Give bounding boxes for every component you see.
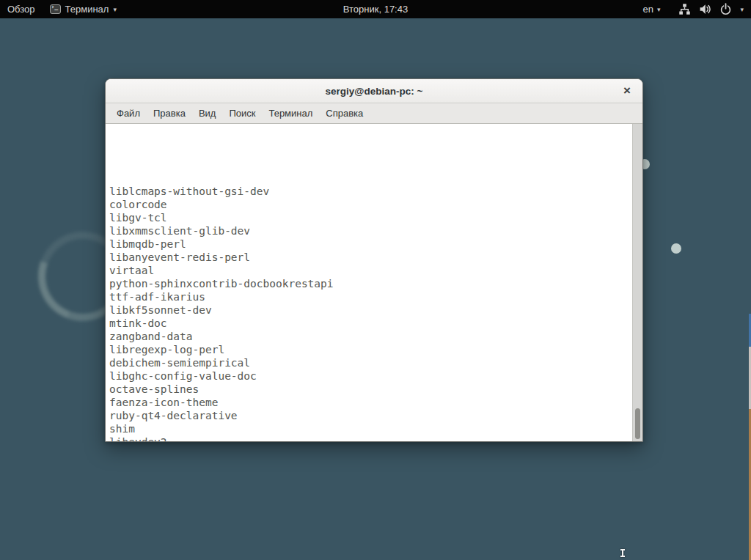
scrollbar-thumb[interactable] <box>635 408 640 439</box>
terminal-output-line: libevdev2 <box>109 435 632 441</box>
menu-item[interactable]: Поиск <box>222 105 262 122</box>
terminal-output-line: ttf-adf-ikarius <box>109 290 632 303</box>
terminal-output-line: debichem-semiempirical <box>109 356 632 369</box>
menu-item[interactable]: Справка <box>319 105 370 122</box>
system-menu-chevron-down-icon[interactable]: ▾ <box>740 6 744 13</box>
terminal-output-line: shim <box>109 422 632 435</box>
chevron-down-icon: ▾ <box>657 6 661 13</box>
terminal-output: liblcmaps-without-gsi-devcolorcodelibgv-… <box>106 124 632 441</box>
terminal-output-line: virtaal <box>109 264 632 277</box>
terminal-window: sergiy@debian-pc: ~ × ФайлПравкаВидПоиск… <box>105 78 643 442</box>
wallpaper-dot <box>671 243 681 254</box>
menu-item[interactable]: Правка <box>147 105 192 122</box>
keyboard-layout-label: en <box>642 4 653 15</box>
network-wired-icon[interactable] <box>678 3 691 15</box>
mouse-cursor-ibeam <box>620 549 626 557</box>
power-icon[interactable] <box>719 3 732 15</box>
terminal-output-line: libxmmsclient-glib-dev <box>109 224 632 237</box>
keyboard-layout-button[interactable]: en ▾ <box>642 4 660 15</box>
terminal-output-line: ruby-qt4-declarative <box>109 409 632 422</box>
terminal-output-line: libmqdb-perl <box>109 237 632 251</box>
terminal-output-line: libregexp-log-perl <box>109 343 632 356</box>
scrollbar-track[interactable] <box>632 124 642 441</box>
terminal-output-line: libanyevent-redis-perl <box>109 251 632 264</box>
menu-item[interactable]: Вид <box>192 105 223 122</box>
menu-item[interactable]: Терминал <box>262 105 319 122</box>
terminal-output-line: liblcmaps-without-gsi-dev <box>109 185 632 198</box>
terminal-output-line: faenza-icon-theme <box>109 396 632 409</box>
window-titlebar[interactable]: sergiy@debian-pc: ~ × <box>106 79 642 103</box>
terminal-output-line: octave-splines <box>109 383 632 396</box>
menu-item[interactable]: Файл <box>110 105 147 122</box>
window-title: sergiy@debian-pc: ~ <box>326 86 423 97</box>
clock-button[interactable]: Вторник, 17:43 <box>0 4 751 15</box>
close-button[interactable]: × <box>618 82 636 100</box>
terminal-output-line: python-sphinxcontrib-docbookrestapi <box>109 277 632 290</box>
terminal-output-line: zangband-data <box>109 330 632 343</box>
volume-icon[interactable] <box>699 3 711 15</box>
terminal-output-line: libghc-config-value-doc <box>109 369 632 383</box>
terminal-output-line: mtink-doc <box>109 317 632 330</box>
terminal-output-line: colorcode <box>109 198 632 211</box>
menu-bar: ФайлПравкаВидПоискТерминалСправка <box>106 103 642 124</box>
terminal-output-line: libkf5sonnet-dev <box>109 303 632 317</box>
terminal-viewport[interactable]: liblcmaps-without-gsi-devcolorcodelibgv-… <box>106 124 642 441</box>
top-bar: Обзор Терминал ▾ Вторник, 17:43 en ▾ ▾ <box>0 0 751 18</box>
terminal-output-line: libgv-tcl <box>109 211 632 224</box>
